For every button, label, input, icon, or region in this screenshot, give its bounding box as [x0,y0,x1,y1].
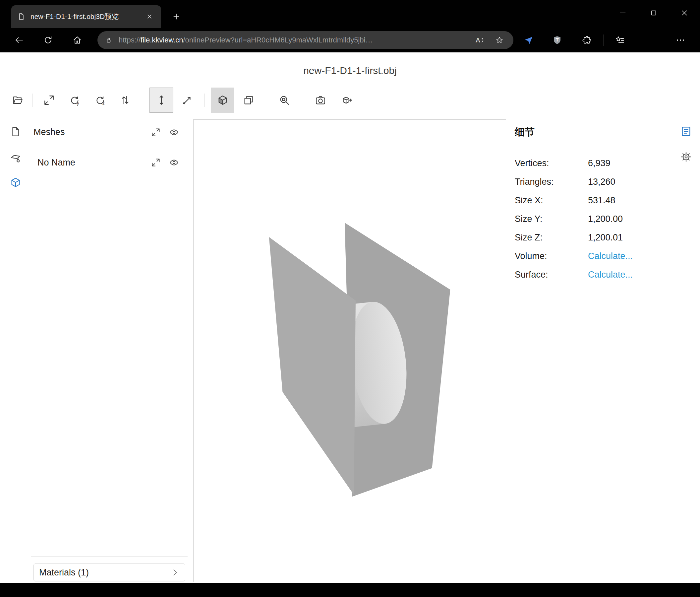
browser-tab-active[interactable]: new-F1-D1-1-first.obj3D预览 [11,5,161,28]
open-folder-icon [12,95,24,106]
extension-blue-button[interactable] [521,33,536,47]
materials-button-label: Materials (1) [39,568,170,578]
up-direction-icon [156,95,167,106]
file-info-tab-button[interactable] [8,124,24,140]
home-icon [72,35,82,45]
fix-up-vector-button-active[interactable] [149,88,173,113]
fit-all-meshes-icon[interactable] [151,128,160,137]
extension-shield-button[interactable]: T [550,33,565,47]
model-file-title: new-F1-D1-1-first.obj [0,65,700,76]
model-left-plane [269,237,356,495]
detail-row-surface: Surface: Calculate... [514,265,668,284]
favorites-hub-button[interactable] [612,33,627,47]
rotate-y-icon: y [69,95,80,106]
bottom-black-bar [0,583,700,597]
orthographic-projection-button[interactable] [238,90,259,111]
settings-tab-button[interactable] [678,149,694,165]
mesh-visibility-eye-icon[interactable] [169,158,179,167]
document-icon [10,126,21,137]
meshes-tab-button-active[interactable] [8,174,24,190]
tab-title: new-F1-D1-1-first.obj3D预览 [30,12,139,21]
panel-divider [31,556,188,556]
tab-close-icon[interactable] [144,11,155,22]
star-icon [495,36,504,44]
ellipsis-icon [675,35,685,45]
details-panel: 细节 Vertices: 6,939 Triangles: 13,260 Siz… [514,119,668,284]
url-text: https://file.kkview.cn/onlinePreview?url… [119,36,468,44]
fit-mesh-icon[interactable] [151,158,160,167]
detail-row-triangles: Triangles: 13,260 [514,172,668,191]
mesh-list-item[interactable]: No Name [31,154,188,171]
flip-arrows-icon [120,95,131,106]
lock-icon [105,36,113,44]
shield-badge-letter: T [550,33,565,47]
extensions-button[interactable] [580,33,594,47]
new-tab-button[interactable] [170,10,183,23]
toolbar-separator [32,94,32,107]
window-close-button[interactable] [674,3,695,23]
surface-calculate-link[interactable]: Calculate... [588,270,633,280]
model-3d-render[interactable] [194,120,506,582]
volume-calculate-link[interactable]: Calculate... [588,251,633,261]
detail-row-size-z: Size Z: 1,200.01 [514,228,668,247]
read-aloud-wave-icon [481,37,485,44]
left-icon-strip [0,119,31,582]
measure-arrow-icon [182,95,193,106]
rotate-z-icon: z [95,95,106,106]
toolbar-separator [268,94,268,107]
materials-icon [10,151,21,163]
meshes-header-row: Meshes [31,119,188,145]
read-aloud-icon: A [476,37,480,44]
home-button[interactable] [70,33,84,47]
refresh-icon [43,35,53,45]
meshes-panel: Meshes No Name Materials (1) [31,119,188,582]
set-up-vector-y-button[interactable]: y [64,90,85,111]
set-up-vector-z-button[interactable]: z [90,90,111,111]
measure-button[interactable] [177,90,198,111]
url-host: file.kkview.cn [141,36,183,44]
chevron-right-icon [170,568,180,577]
window-minimize-button[interactable] [612,3,633,23]
cube-3d-icon [10,177,21,188]
detail-row-vertices: Vertices: 6,939 [514,154,668,172]
address-bar[interactable]: https://file.kkview.cn/onlinePreview?url… [97,31,514,49]
browser-menu-button[interactable] [673,33,688,47]
snapshot-button[interactable] [310,90,331,111]
toggle-all-visibility-eye-icon[interactable] [169,128,179,137]
back-icon [14,35,24,45]
export-icon [341,95,353,106]
window-maximize-button[interactable] [643,3,664,23]
model-viewport[interactable] [193,119,506,582]
detail-row-size-x: Size X: 531.48 [514,191,668,210]
back-button[interactable] [12,33,26,47]
detail-row-volume: Volume: Calculate... [514,247,668,265]
url-path: /onlinePreview?url=aHR0cHM6Ly9maWxlLmtrd… [183,36,373,44]
mesh-name: No Name [38,158,75,168]
perspective-projection-button-active[interactable] [211,88,234,113]
refresh-button[interactable] [41,33,55,47]
meshes-header: Meshes [33,127,65,137]
fit-to-window-button[interactable] [39,90,60,111]
materials-button[interactable]: Materials (1) [33,564,185,581]
flip-up-vector-button[interactable] [115,90,136,111]
fit-expand-icon [44,95,55,106]
materials-tab-button[interactable] [8,149,24,165]
url-scheme: https:// [119,36,141,44]
details-tab-button-active[interactable] [678,123,694,139]
gear-icon [680,151,692,163]
svg-text:y: y [77,101,79,106]
browser-nav-bar: https://file.kkview.cn/onlinePreview?url… [0,28,700,52]
viewer-page: new-F1-D1-1-first.obj y z [0,52,700,583]
favorites-hub-icon [615,35,625,45]
details-header: 细节 [514,119,668,145]
zoom-window-button[interactable] [274,90,295,111]
read-aloud-button[interactable]: A [474,33,487,47]
favorite-star-button[interactable] [493,33,506,47]
export-model-button[interactable] [336,90,358,111]
open-model-button[interactable] [7,90,28,111]
details-list-icon [680,126,692,137]
detail-row-size-y: Size Y: 1,200.00 [514,210,668,228]
svg-text:z: z [102,101,104,106]
ortho-squares-icon [243,95,254,106]
page-file-icon [17,13,25,21]
